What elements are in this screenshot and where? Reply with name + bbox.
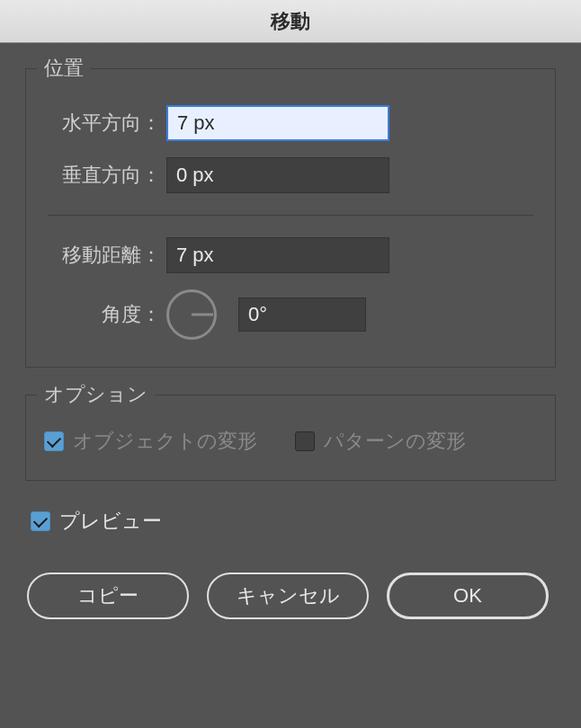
angle-input[interactable] — [238, 297, 366, 332]
divider — [48, 215, 533, 216]
dialog-content: 位置 水平方向： 垂直方向： 移動距離： 角度： オプション — [0, 43, 581, 637]
position-legend: 位置 — [37, 55, 91, 82]
angle-indicator-icon — [192, 314, 213, 316]
vertical-input[interactable] — [166, 157, 389, 193]
transform-patterns-checkbox[interactable] — [295, 431, 315, 451]
transform-patterns-label: パターンの変形 — [324, 428, 466, 455]
angle-label: 角度： — [48, 301, 166, 328]
dialog-title: 移動 — [271, 8, 310, 35]
distance-input[interactable] — [166, 237, 389, 273]
transform-objects-item: オブジェクトの変形 — [44, 428, 257, 455]
options-legend: オプション — [37, 381, 155, 408]
transform-objects-label: オブジェクトの変形 — [73, 428, 257, 455]
distance-label: 移動距離： — [48, 242, 166, 269]
transform-objects-checkbox[interactable] — [44, 431, 64, 451]
horizontal-row: 水平方向： — [48, 105, 533, 141]
preview-label: プレビュー — [59, 508, 162, 535]
options-fieldset: オプション オブジェクトの変形 パターンの変形 — [25, 395, 556, 481]
distance-row: 移動距離： — [48, 237, 533, 273]
position-fieldset: 位置 水平方向： 垂直方向： 移動距離： 角度： — [25, 68, 556, 368]
dialog-titlebar: 移動 — [0, 0, 581, 43]
transform-patterns-item: パターンの変形 — [295, 428, 466, 455]
options-checkbox-row: オブジェクトの変形 パターンの変形 — [44, 428, 537, 455]
copy-button[interactable]: コピー — [27, 573, 189, 619]
cancel-button[interactable]: キャンセル — [207, 573, 369, 619]
preview-checkbox[interactable] — [31, 511, 50, 531]
ok-button[interactable]: OK — [387, 573, 549, 619]
horizontal-input[interactable] — [166, 105, 389, 141]
button-row: コピー キャンセル OK — [25, 573, 556, 619]
angle-row: 角度： — [48, 289, 533, 340]
preview-row: プレビュー — [25, 508, 556, 535]
angle-dial[interactable] — [166, 289, 217, 340]
vertical-label: 垂直方向： — [48, 162, 166, 189]
horizontal-label: 水平方向： — [48, 110, 166, 137]
vertical-row: 垂直方向： — [48, 157, 533, 193]
